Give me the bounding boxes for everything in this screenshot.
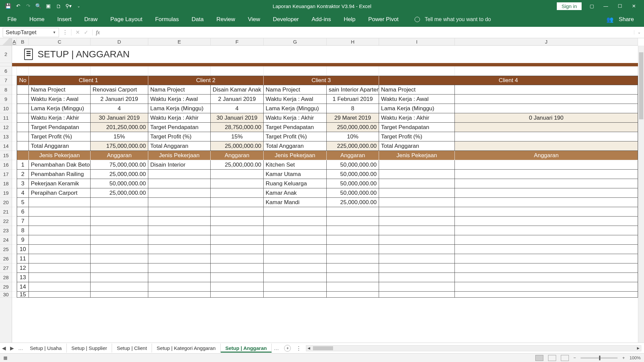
cell[interactable] bbox=[379, 245, 455, 254]
cell[interactable] bbox=[91, 207, 148, 217]
tab-powerpivot[interactable]: Power Pivot bbox=[367, 14, 400, 25]
cell[interactable] bbox=[12, 46, 17, 63]
col-header[interactable]: D bbox=[91, 38, 148, 45]
cell[interactable] bbox=[455, 282, 638, 292]
cell[interactable] bbox=[455, 141, 638, 151]
cell[interactable] bbox=[29, 217, 91, 226]
cell[interactable]: 25,000,000.00 bbox=[91, 170, 148, 179]
cell[interactable] bbox=[12, 188, 17, 198]
cell[interactable]: Waktu Kerja : Awal bbox=[264, 95, 327, 104]
cell[interactable] bbox=[17, 85, 29, 95]
cell[interactable]: 10 bbox=[17, 245, 29, 254]
cell[interactable] bbox=[12, 160, 17, 170]
macro-record-icon[interactable]: ▦ bbox=[3, 355, 7, 360]
cell[interactable] bbox=[211, 273, 264, 282]
row-header[interactable]: 22 bbox=[0, 217, 12, 226]
cell[interactable] bbox=[91, 282, 148, 292]
cell[interactable] bbox=[12, 292, 17, 298]
cell[interactable]: 25,000,000.00 bbox=[91, 188, 148, 198]
cell[interactable]: 25,000,000.00 bbox=[211, 141, 264, 151]
cell[interactable] bbox=[12, 66, 17, 76]
cell[interactable]: 2 bbox=[17, 170, 29, 179]
row-header[interactable] bbox=[0, 63, 12, 66]
cell[interactable] bbox=[211, 226, 264, 235]
cell[interactable] bbox=[91, 198, 148, 207]
undo-icon[interactable]: ↶ bbox=[14, 2, 22, 10]
tab-insert[interactable]: Insert bbox=[56, 14, 73, 25]
cell[interactable] bbox=[91, 273, 148, 282]
cell[interactable] bbox=[379, 217, 455, 226]
tab-data[interactable]: Data bbox=[190, 14, 205, 25]
cell[interactable] bbox=[379, 207, 455, 217]
cell[interactable] bbox=[455, 263, 638, 273]
cell[interactable] bbox=[12, 123, 17, 132]
cell[interactable] bbox=[327, 254, 379, 263]
cell[interactable] bbox=[327, 245, 379, 254]
cell[interactable]: Target Profit (%) bbox=[29, 132, 91, 141]
cell[interactable] bbox=[29, 198, 91, 207]
row-header[interactable]: 21 bbox=[0, 207, 12, 217]
cell[interactable] bbox=[29, 207, 91, 217]
col-header[interactable]: C bbox=[29, 38, 91, 45]
cell[interactable] bbox=[211, 170, 264, 179]
cell[interactable] bbox=[12, 198, 17, 207]
cell[interactable] bbox=[379, 226, 455, 235]
cell[interactable] bbox=[211, 66, 264, 76]
row-header[interactable]: 29 bbox=[0, 282, 12, 292]
formula-expand-icon[interactable]: ⌄ bbox=[634, 30, 644, 35]
cell[interactable]: Ruang Keluarga bbox=[264, 179, 327, 188]
tab-nav-next[interactable]: ▶ bbox=[8, 345, 16, 351]
cell[interactable]: Lama Kerja (Minggu) bbox=[379, 104, 455, 113]
cell[interactable] bbox=[379, 160, 455, 170]
cell[interactable] bbox=[455, 66, 638, 76]
row-header[interactable]: 9 bbox=[0, 95, 12, 104]
cell[interactable] bbox=[455, 123, 638, 132]
cell[interactable]: 175,000,000.00 bbox=[91, 141, 148, 151]
cell[interactable]: Penambahan Dak Beton bbox=[29, 160, 91, 170]
row-header[interactable]: 17 bbox=[0, 170, 12, 179]
tab-home[interactable]: Home bbox=[28, 14, 46, 25]
cell[interactable]: Target Pendapatan bbox=[148, 123, 211, 132]
cell[interactable]: 25,000,000.00 bbox=[327, 198, 379, 207]
cell[interactable] bbox=[29, 66, 91, 76]
cell[interactable]: 50,000,000.00 bbox=[327, 188, 379, 198]
ribbon-options-icon[interactable]: ▢ bbox=[588, 3, 596, 9]
row-header[interactable]: 23 bbox=[0, 226, 12, 235]
horizontal-scrollbar[interactable]: ◀ ▶ bbox=[306, 345, 641, 351]
scroll-left-icon[interactable]: ◀ bbox=[306, 346, 312, 351]
cell[interactable] bbox=[148, 235, 211, 245]
zoom-out-button[interactable]: − bbox=[574, 355, 576, 360]
cell[interactable] bbox=[379, 179, 455, 188]
cell[interactable] bbox=[29, 245, 91, 254]
cell[interactable] bbox=[211, 263, 264, 273]
cell[interactable] bbox=[148, 292, 211, 298]
cell[interactable]: Waktu Kerja : Akhir bbox=[379, 113, 455, 123]
cell[interactable] bbox=[379, 198, 455, 207]
cell[interactable] bbox=[12, 207, 17, 217]
name-box[interactable]: SetupTarget ▼ bbox=[3, 28, 59, 37]
tabbar-resize[interactable]: ⋮ bbox=[294, 345, 303, 351]
row-header[interactable]: 24 bbox=[0, 235, 12, 245]
select-all-triangle[interactable] bbox=[0, 38, 12, 45]
cell[interactable]: 11 bbox=[17, 254, 29, 263]
formula-input[interactable] bbox=[103, 28, 634, 37]
cell[interactable]: Nama Project bbox=[264, 85, 327, 95]
row-header[interactable]: 15 bbox=[0, 151, 12, 160]
sheet-tab[interactable]: Setup | Client bbox=[112, 344, 152, 353]
row-header[interactable]: 20 bbox=[0, 198, 12, 207]
cell[interactable] bbox=[12, 85, 17, 95]
cell[interactable] bbox=[148, 226, 211, 235]
view-pagelayout-icon[interactable] bbox=[548, 355, 556, 361]
sheet-tab[interactable]: Setup | Anggaran bbox=[221, 344, 272, 353]
cell[interactable]: 7 bbox=[17, 217, 29, 226]
row-header[interactable]: 7 bbox=[0, 76, 12, 85]
cell[interactable]: 15% bbox=[91, 132, 148, 141]
cell[interactable] bbox=[91, 263, 148, 273]
cell[interactable] bbox=[211, 292, 264, 298]
save-icon[interactable]: 💾 bbox=[4, 2, 12, 10]
cell[interactable]: 5 bbox=[17, 198, 29, 207]
tab-nav-prev[interactable]: ◀ bbox=[0, 345, 8, 351]
cell[interactable]: 0 Januari 190 bbox=[455, 113, 638, 123]
cell[interactable] bbox=[29, 263, 91, 273]
cell[interactable]: Waktu Kerja : Awal bbox=[148, 95, 211, 104]
